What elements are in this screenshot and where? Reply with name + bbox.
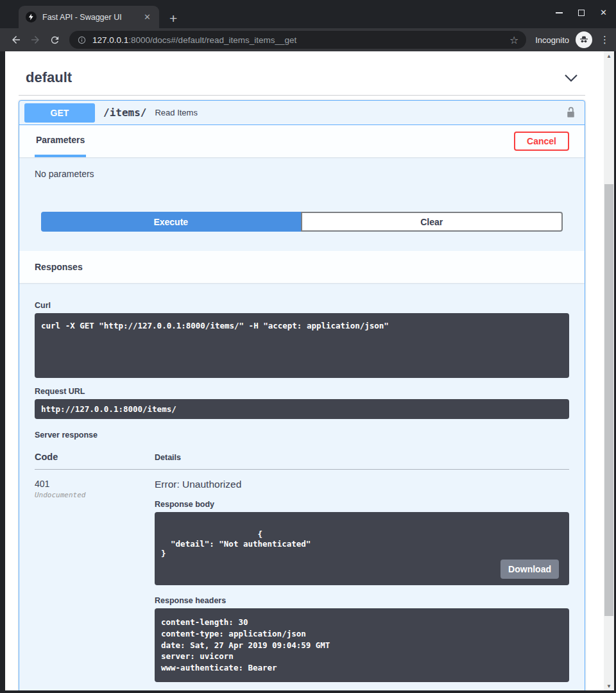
response-body-block: { "detail": "Not authenticated" } Downlo… [155,512,569,585]
browser-tab[interactable]: Fast API - Swagger UI ✕ [19,6,159,28]
operation-summary[interactable]: GET /items/ Read Items [19,101,585,125]
url-bar[interactable]: 127.0.0.1:8000/docs#/default/read_items_… [69,31,526,49]
scrollbar[interactable]: ▲ ▼ [604,51,614,690]
tab-strip: Fast API - Swagger UI ✕ + ✕ [0,0,616,28]
incognito-icon [576,31,592,48]
browser-window: Fast API - Swagger UI ✕ + ✕ 127.0.0.1:80… [0,0,616,693]
response-details-cell: Error: Unauthorized Response body { "det… [155,470,569,682]
operation-description: Read Items [155,108,566,117]
request-url-value: http://127.0.0.1:8000/items/ [35,399,569,419]
tab-title: Fast API - Swagger UI [42,13,141,22]
browser-toolbar: 127.0.0.1:8000/docs#/default/read_items_… [0,28,616,51]
url-text: 127.0.0.1:8000/docs#/default/read_items_… [92,35,504,45]
server-response-table: Code Details 401 Undocumented [35,452,569,682]
parameters-header: Parameters Cancel [19,125,585,157]
curl-command: curl -X GET "http://127.0.0.1:8000/items… [35,313,569,378]
request-url-label: Request URL [35,387,569,396]
menu-icon[interactable]: ⋮ [600,34,610,46]
clear-button[interactable]: Clear [301,212,563,232]
back-icon[interactable] [6,30,26,49]
incognito-label: Incognito [535,35,569,45]
scroll-up-icon[interactable]: ▲ [604,51,614,60]
table-row: 401 Undocumented Error: Unauthorized Res… [35,470,569,682]
reload-icon[interactable] [45,30,64,49]
download-button[interactable]: Download [501,560,559,579]
forward-icon[interactable] [26,30,45,49]
bookmark-star-icon[interactable]: ☆ [509,34,518,46]
operation-block: GET /items/ Read Items Parameters Cancel… [19,100,585,690]
parameters-body: No parameters Execute Clear [19,157,585,251]
method-badge: GET [24,103,95,123]
tab-close-icon[interactable]: ✕ [141,11,153,23]
error-title: Error: Unauthorized [155,479,569,490]
url-path: :8000/docs#/default/read_items_items__ge… [128,35,296,45]
cancel-button[interactable]: Cancel [514,132,569,151]
swagger-ui: default GET /items/ Read Items [5,51,604,690]
page-viewport: default GET /items/ Read Items [5,51,604,690]
scrollbar-thumb[interactable] [604,184,613,616]
undocumented-note: Undocumented [35,491,155,499]
chevron-down-icon[interactable] [564,74,578,82]
lock-open-icon[interactable] [566,106,576,119]
column-header-code: Code [35,452,155,470]
response-body-label: Response body [155,500,569,509]
info-icon[interactable] [77,35,87,45]
responses-header-label: Responses [35,262,83,272]
response-headers-block: content-length: 30 content-type: applica… [155,608,569,682]
page-title: default [26,69,72,86]
url-host: 127.0.0.1 [92,35,128,45]
maximize-button[interactable] [578,10,585,16]
fastapi-favicon-icon [26,12,37,22]
close-button[interactable]: ✕ [600,8,607,17]
operation-path: /items/ [103,107,146,119]
responses-body: Curl curl -X GET "http://127.0.0.1:8000/… [19,283,585,690]
server-response-label: Server response [35,431,569,440]
execute-row: Execute Clear [35,212,569,232]
execute-button[interactable]: Execute [41,212,301,232]
column-header-details: Details [155,452,569,470]
no-parameters-text: No parameters [35,169,569,179]
minimize-button[interactable] [556,12,563,13]
curl-label: Curl [35,301,569,310]
new-tab-button[interactable]: + [169,12,177,25]
response-body-json: { "detail": "Not authenticated" } [161,529,311,558]
status-code: 401 [35,479,155,489]
response-headers-label: Response headers [155,596,569,605]
tab-parameters[interactable]: Parameters [35,125,86,157]
window-controls: ✕ [556,8,607,17]
scroll-down-icon[interactable]: ▼ [604,681,614,690]
divider [19,95,585,96]
tag-section-header[interactable]: default [19,62,585,95]
response-code-cell: 401 Undocumented [35,470,155,682]
responses-section-header: Responses [19,251,585,283]
